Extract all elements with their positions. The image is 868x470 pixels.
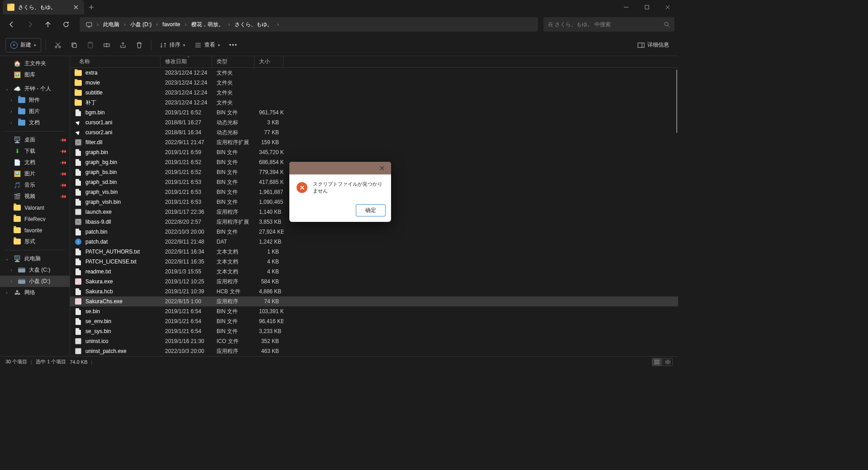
file-row[interactable]: Sakura.hcb2019/1/21 10:39HCB 文件4,886 KB	[70, 287, 678, 296]
copy-button[interactable]	[67, 38, 81, 52]
minimize-button[interactable]	[616, 0, 637, 14]
file-row[interactable]: PATCH_LICENSE.txt2022/9/11 16:35文本文档4 KB	[70, 257, 678, 267]
back-button[interactable]	[4, 16, 20, 33]
details-panel-button[interactable]: 详细信息	[634, 38, 673, 52]
chevron-right-icon[interactable]: ›	[8, 120, 14, 125]
delete-button[interactable]	[132, 38, 146, 52]
file-row[interactable]: uninst.ico2019/1/16 21:30ICO 文件352 KB	[70, 336, 678, 346]
tab-close-button[interactable]	[72, 4, 80, 11]
window-tab[interactable]: さくら、もゆ。	[3, 0, 84, 14]
sidebar-home[interactable]: 🏠主文件夹	[0, 58, 70, 69]
more-button[interactable]: •••	[226, 38, 241, 52]
file-name-cell: Sakura.exe	[70, 278, 160, 285]
sidebar-music[interactable]: 🎵音乐📌	[0, 179, 70, 191]
sidebar-filerecv[interactable]: FileRecv	[0, 213, 70, 225]
sidebar-network[interactable]: ›🖧网络	[0, 287, 70, 298]
file-row[interactable]: filter.dll2022/9/11 21:47应用程序扩展159 KB	[70, 137, 678, 147]
file-row[interactable]: se.bin2019/1/21 6:54BIN 文件103,391 KB	[70, 306, 678, 316]
file-type: DAT	[212, 239, 255, 245]
sidebar-pic[interactable]: ›图片	[0, 106, 70, 117]
file-row[interactable]: 补丁2023/12/24 12:24文件夹	[70, 98, 678, 108]
sidebar-thispc[interactable]: ⌄🖥️此电脑	[0, 253, 70, 264]
sidebar: 🏠主文件夹 🖼️图库 ⌄☁️开钟 - 个人 ›附件 ›图片 ›文档 🖥️桌面📌 …	[0, 56, 70, 356]
chevron-down-icon[interactable]: ⌄	[4, 256, 10, 261]
new-button[interactable]: + 新建 ▾	[5, 38, 41, 52]
paste-button[interactable]	[83, 38, 98, 52]
breadcrumb-item[interactable]: 此电脑	[100, 19, 122, 30]
column-size[interactable]: 大小	[255, 56, 283, 67]
grid-view-button[interactable]	[663, 358, 673, 366]
sidebar-attach[interactable]: ›附件	[0, 94, 70, 106]
chevron-down-icon[interactable]: ⌄	[4, 86, 10, 91]
close-button[interactable]	[657, 0, 678, 14]
sidebar-qdoc[interactable]: 📄文档📌	[0, 157, 70, 168]
file-row[interactable]: Sakura.exe2019/1/12 10:25应用程序584 KB	[70, 277, 678, 287]
maximize-button[interactable]	[637, 0, 657, 14]
file-row[interactable]: SakuraChs.exe2022/8/15 1:00应用程序74 KB	[70, 296, 678, 306]
chevron-right-icon[interactable]: ›	[8, 109, 14, 114]
chevron-right-icon[interactable]: ›	[8, 98, 14, 103]
file-type: 文本文档	[212, 248, 255, 256]
rename-button[interactable]	[99, 38, 114, 52]
file-row[interactable]: cursor2.ani2018/8/1 16:34动态光标77 KB	[70, 127, 678, 137]
share-button[interactable]	[116, 38, 130, 52]
sidebar-download[interactable]: ⬇下载📌	[0, 146, 70, 157]
dialog-message: スクリプトファイルが見つかりません	[313, 181, 384, 194]
sidebar-qpic[interactable]: 🖼️图片📌	[0, 168, 70, 179]
scrollbar-thumb[interactable]	[676, 70, 677, 133]
file-row[interactable]: se_sys.bin2019/1/21 6:54BIN 文件3,233 KB	[70, 326, 678, 336]
file-row[interactable]: uninst_patch.exe2022/10/3 20:00应用程序463 K…	[70, 346, 678, 356]
view-button[interactable]: 查看 ▾	[191, 38, 224, 52]
file-row[interactable]: bgm.bin2019/1/21 6:52BIN 文件961,754 KB	[70, 108, 678, 118]
breadcrumb-item[interactable]: favorite	[160, 19, 183, 29]
refresh-button[interactable]	[58, 16, 74, 33]
breadcrumb-item[interactable]: 樱花，萌放。	[189, 19, 226, 30]
file-row[interactable]: extra2023/12/24 12:24文件夹	[70, 68, 678, 78]
sidebar-favorite[interactable]: favorite	[0, 225, 70, 236]
sidebar-onedrive[interactable]: ⌄☁️开钟 - 个人	[0, 83, 70, 94]
sidebar-video[interactable]: 🎬视频📌	[0, 191, 70, 202]
sidebar-doc[interactable]: ›文档	[0, 117, 70, 128]
file-row[interactable]: PATCH_AUTHORS.txt2022/9/11 16:34文本文档1 KB	[70, 247, 678, 257]
file-name-cell: readme.txt	[70, 268, 160, 275]
file-row[interactable]: ipatch.dat2022/9/11 21:48DAT1,242 KB	[70, 237, 678, 247]
file-row[interactable]: se_env.bin2019/1/21 6:54BIN 文件96,416 KB	[70, 316, 678, 326]
chevron-right-icon[interactable]: ›	[4, 290, 10, 295]
breadcrumb-item[interactable]: 小盘 (D:)	[127, 19, 154, 30]
dialog-close-button[interactable]	[376, 163, 388, 173]
file-name-cell: graph_bg.bin	[70, 159, 160, 166]
forward-button[interactable]	[22, 16, 38, 33]
sidebar-valorant[interactable]: Valorant	[0, 202, 70, 213]
sidebar-desktop[interactable]: 🖥️桌面📌	[0, 134, 70, 146]
sidebar-gallery[interactable]: 🖼️图库	[0, 69, 70, 80]
file-row[interactable]: movie2023/12/24 12:24文件夹	[70, 78, 678, 88]
breadcrumb[interactable]: › 此电脑 › 小盘 (D:) › favorite › 樱花，萌放。 › さく…	[80, 17, 538, 32]
up-button[interactable]	[40, 16, 56, 33]
sidebar-drive-d[interactable]: ›小盘 (D:)	[0, 276, 70, 287]
breadcrumb-root-icon[interactable]	[83, 19, 95, 29]
details-view-button[interactable]	[652, 358, 662, 366]
scissors-icon	[54, 42, 61, 49]
sidebar-xingshi[interactable]: 形式	[0, 236, 70, 247]
file-name: patch.dat	[85, 239, 108, 245]
sidebar-drive-c[interactable]: ›大盘 (C:)	[0, 264, 70, 276]
file-row[interactable]: subtitle2023/12/24 12:24文件夹	[70, 88, 678, 98]
file-name-cell: subtitle	[70, 89, 160, 96]
file-row[interactable]: patch.bin2022/10/3 20:00BIN 文件27,924 KB	[70, 227, 678, 237]
sort-button[interactable]: 排序 ▾	[156, 38, 189, 52]
file-row[interactable]: cursor1.ani2018/8/1 16:27动态光标3 KB	[70, 118, 678, 127]
document-icon: 📄	[14, 159, 21, 166]
dialog-titlebar[interactable]	[289, 162, 391, 174]
file-row[interactable]: graph.bin2019/1/21 6:59BIN 文件345,720 KB	[70, 147, 678, 157]
chevron-right-icon[interactable]: ›	[8, 279, 14, 284]
cut-button[interactable]	[51, 38, 65, 52]
new-tab-button[interactable]	[84, 0, 99, 14]
column-name[interactable]: 名称	[70, 56, 160, 67]
dialog-ok-button[interactable]: 确定	[356, 204, 386, 216]
file-row[interactable]: readme.txt2019/1/3 15:55文本文档4 KB	[70, 267, 678, 277]
column-type[interactable]: 类型	[212, 56, 255, 67]
column-date[interactable]: 修改日期	[160, 56, 212, 67]
breadcrumb-item[interactable]: さくら、もゆ。	[232, 19, 275, 30]
search-input[interactable]: 在 さくら、もゆ。 中搜索	[543, 17, 675, 32]
chevron-right-icon[interactable]: ›	[8, 268, 14, 273]
